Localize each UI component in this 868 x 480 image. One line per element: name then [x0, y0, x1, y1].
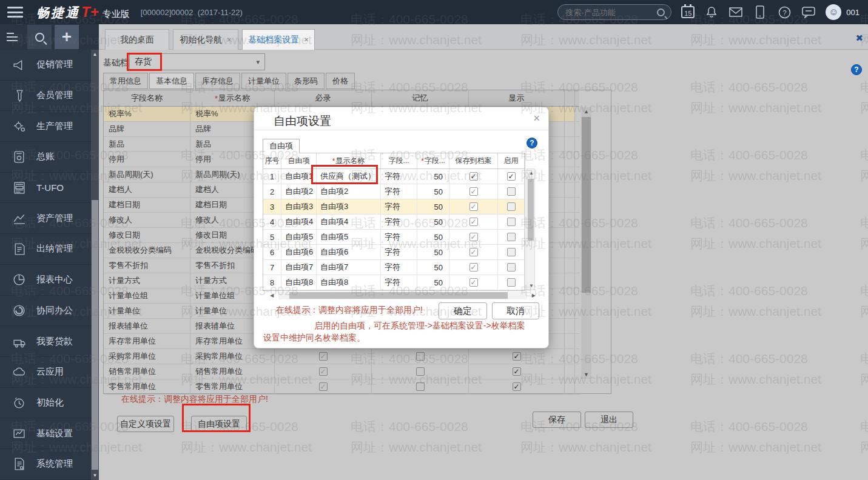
- checkbox[interactable]: ✓: [469, 202, 478, 211]
- checkbox[interactable]: [416, 382, 425, 391]
- scrollbar-thumb[interactable]: [289, 292, 508, 299]
- checkbox[interactable]: [416, 352, 425, 361]
- display-name-cell[interactable]: 自由项2: [317, 184, 381, 199]
- display-name-cell[interactable]: 自由项6: [317, 245, 381, 259]
- page-help-icon[interactable]: ?: [851, 64, 862, 75]
- table-row[interactable]: 销售常用单位销售常用单位✓✓: [104, 364, 579, 379]
- checkbox[interactable]: [416, 367, 425, 376]
- dialog-close-icon[interactable]: ×: [533, 112, 540, 125]
- dialog-hscrollbar[interactable]: ◀ ▶: [278, 292, 527, 299]
- ok-button[interactable]: 确定: [439, 302, 487, 319]
- dialog-table-row[interactable]: 3自由项3自由项3字符50✓: [263, 199, 525, 215]
- main-menu-icon[interactable]: [7, 7, 23, 18]
- dialog-vscrollbar[interactable]: ▲ ▼: [527, 168, 535, 290]
- tab-basefile-settings[interactable]: 基础档案设置×: [242, 29, 315, 50]
- subtab-常用信息[interactable]: 常用信息: [103, 73, 148, 89]
- product-search[interactable]: [557, 4, 671, 20]
- custom-item-settings-button[interactable]: 自定义项设置: [117, 416, 174, 432]
- chat-icon[interactable]: [801, 5, 816, 19]
- subtab-条形码[interactable]: 条形码: [288, 73, 325, 89]
- checkbox[interactable]: ✓: [469, 263, 478, 272]
- close-all-icon[interactable]: ✖: [855, 33, 863, 44]
- dialog-table-row[interactable]: 8自由项8自由项8字符50✓: [263, 275, 525, 290]
- checkbox[interactable]: ✓: [469, 187, 478, 196]
- exit-button[interactable]: 退出: [585, 412, 633, 428]
- table-row[interactable]: 零售常用单位零售常用单位✓✓: [104, 379, 579, 395]
- dialog-table-row[interactable]: 5自由项5自由项5字符50✓: [263, 230, 525, 245]
- bell-icon[interactable]: [704, 5, 719, 19]
- sidebar-item-协同办公[interactable]: 协同办公: [0, 296, 91, 327]
- checkbox[interactable]: ✓: [469, 172, 478, 181]
- display-name-cell[interactable]: 自由项5: [317, 230, 381, 244]
- dialog-help-icon[interactable]: ?: [527, 138, 537, 148]
- checkbox[interactable]: ✓: [319, 367, 328, 376]
- quick-search-button[interactable]: [27, 25, 52, 49]
- sidebar-item-会员管理[interactable]: 会员管理: [0, 81, 91, 112]
- checkbox[interactable]: [507, 218, 516, 226]
- scroll-up-icon[interactable]: ▲: [581, 108, 591, 115]
- table-vscrollbar[interactable]: ▲ ▼: [581, 107, 591, 379]
- dialog-table-row[interactable]: 4自由项4自由项4字符50✓: [263, 215, 525, 230]
- checkbox[interactable]: [507, 202, 516, 211]
- sidebar-item-生产管理[interactable]: 生产管理: [0, 111, 91, 142]
- search-input[interactable]: [564, 7, 657, 18]
- checkbox[interactable]: ✓: [469, 278, 478, 287]
- scroll-up-icon[interactable]: ▲: [529, 170, 534, 176]
- checkbox[interactable]: [507, 233, 516, 241]
- scrollbar-thumb[interactable]: [92, 200, 98, 470]
- checkbox[interactable]: ✓: [469, 218, 478, 226]
- subtab-基本信息[interactable]: 基本信息: [149, 73, 194, 89]
- display-name-cell[interactable]: 供应商（测试）: [317, 169, 381, 184]
- calendar-icon[interactable]: 15: [681, 6, 695, 18]
- subtab-计量单位[interactable]: 计量单位: [241, 73, 286, 89]
- sidebar-item-T-UFO[interactable]: T-UFO: [0, 173, 91, 204]
- free-item-tab[interactable]: 自由项: [263, 139, 300, 153]
- save-button[interactable]: 保存: [533, 412, 581, 428]
- sidebar-item-总账[interactable]: 总账: [0, 142, 91, 173]
- scrollbar-thumb[interactable]: [528, 179, 534, 241]
- checkbox[interactable]: [507, 187, 516, 196]
- scroll-down-icon[interactable]: ▼: [91, 473, 99, 478]
- scrollbar-thumb[interactable]: [582, 117, 591, 293]
- checkbox[interactable]: [507, 248, 516, 256]
- sidebar-item-报表中心[interactable]: 报表中心: [0, 265, 91, 296]
- sidebar-item-出纳管理[interactable]: 出纳管理: [0, 234, 91, 265]
- mail-icon[interactable]: [728, 5, 743, 19]
- display-name-cell[interactable]: 自由项7: [317, 260, 381, 275]
- checkbox[interactable]: ✓: [469, 233, 478, 241]
- cancel-button[interactable]: 取消: [492, 302, 539, 319]
- close-tab-icon[interactable]: ×: [304, 35, 309, 44]
- checkbox[interactable]: ✓: [507, 172, 516, 181]
- tab-my-desktop[interactable]: 我的桌面: [105, 29, 169, 50]
- sidebar-item-促销管理[interactable]: 促销管理: [0, 50, 91, 81]
- mobile-icon[interactable]: [753, 5, 767, 19]
- dialog-table-row[interactable]: 2自由项2自由项2字符50✓: [263, 184, 525, 199]
- sidebar-item-云应用[interactable]: 云应用: [0, 357, 91, 388]
- checkbox[interactable]: ✓: [319, 382, 328, 391]
- checkbox[interactable]: ✓: [513, 382, 521, 391]
- checkbox[interactable]: ✓: [513, 352, 521, 361]
- sidebar-item-我要贷款[interactable]: 我要贷款: [0, 326, 91, 357]
- scroll-left-icon[interactable]: ◀: [270, 293, 274, 298]
- checkbox[interactable]: [507, 263, 516, 272]
- dialog-table-row[interactable]: 7自由项7自由项7字符50✓: [263, 260, 525, 275]
- sidebar-scrollbar[interactable]: ▲ ▼: [91, 50, 99, 480]
- scroll-up-icon[interactable]: ▲: [91, 52, 99, 57]
- dialog-table-row[interactable]: 1自由项1供应商（测试）字符50✓✓: [263, 169, 525, 184]
- scroll-down-icon[interactable]: ▼: [581, 372, 591, 378]
- checkbox[interactable]: ✓: [513, 367, 521, 376]
- checkbox[interactable]: ✓: [469, 248, 478, 256]
- dialog-table-row[interactable]: 6自由项6自由项6字符50✓: [263, 245, 525, 260]
- table-row[interactable]: 采购常用单位采购常用单位✓✓: [104, 349, 579, 364]
- help-icon[interactable]: ?: [777, 5, 792, 19]
- subtab-价格[interactable]: 价格: [326, 73, 355, 89]
- user-avatar[interactable]: ☺: [826, 4, 841, 20]
- collapse-menu-button[interactable]: [0, 25, 24, 49]
- search-icon[interactable]: [657, 8, 665, 16]
- display-name-cell[interactable]: 自由项8: [317, 275, 381, 290]
- tab-init-nav[interactable]: 初始化导航×: [173, 29, 238, 50]
- subtab-库存信息[interactable]: 库存信息: [195, 73, 240, 89]
- sidebar-item-初始化[interactable]: 初始化: [0, 388, 91, 419]
- sidebar-item-基础设置[interactable]: 基础设置: [0, 418, 91, 449]
- sidebar-item-资产管理[interactable]: 资产管理: [0, 203, 91, 234]
